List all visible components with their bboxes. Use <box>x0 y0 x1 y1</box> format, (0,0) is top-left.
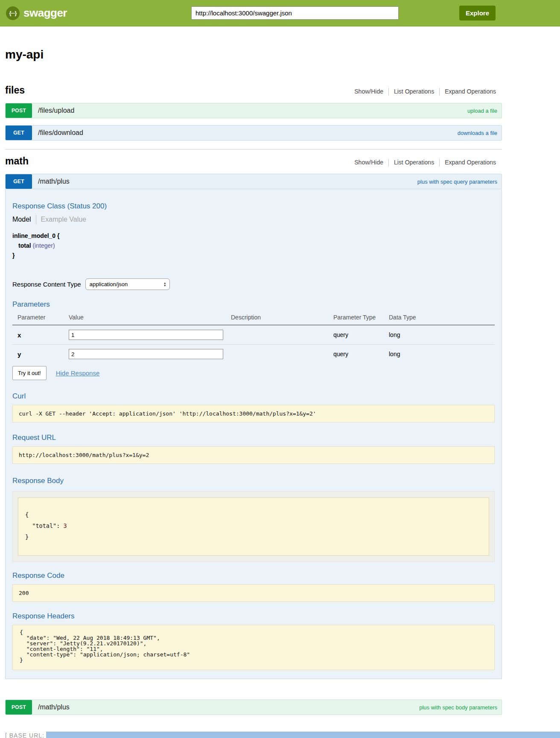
divider <box>439 159 440 167</box>
operation-summary[interactable]: upload a file <box>467 108 497 114</box>
method-badge-post: POST <box>6 103 32 118</box>
api-page: my-api files Show/Hide List Operations E… <box>5 48 502 738</box>
model-signature: inline_model_0 { total (integer) } <box>12 231 495 261</box>
operation-detail-panel: Response Class (Status 200) Model Exampl… <box>5 189 502 679</box>
response-body-container: { "total": 3 } <box>12 491 495 562</box>
operation-toggle[interactable]: POST /files/upload upload a file <box>5 103 502 118</box>
request-url-heading: Request URL <box>12 433 495 442</box>
response-content-type-label: Response Content Type <box>12 281 81 288</box>
method-badge-post: POST <box>6 700 32 715</box>
response-body-heading: Response Body <box>12 477 495 485</box>
operation-summary[interactable]: downloads a file <box>458 130 497 136</box>
model-open: inline_model_0 { <box>12 231 495 241</box>
content-type-select[interactable]: application/json ▲ ▼ <box>85 278 170 290</box>
response-content-type-row: Response Content Type application/json ▲… <box>12 278 495 290</box>
operation-get-math-plus: GET /math/plus plus with spec query para… <box>5 174 502 679</box>
model-property-name: total <box>18 242 31 249</box>
operation-path[interactable]: /files/download <box>38 129 83 137</box>
model-property: total (integer) <box>18 241 495 251</box>
divider <box>388 159 389 167</box>
operation-path[interactable]: /math/plus <box>38 703 70 711</box>
method-badge-get: GET <box>6 174 32 189</box>
response-body-block: { "total": 3 } <box>18 498 489 556</box>
page-title: my-api <box>5 48 502 62</box>
model-property-type: (integer) <box>32 242 55 249</box>
operation-summary[interactable]: plus with spec query parameters <box>417 179 497 185</box>
column-header: Data Type <box>389 311 495 325</box>
parameter-type: query <box>333 345 389 364</box>
parameters-table: Parameter Value Description Parameter Ty… <box>12 311 495 363</box>
column-header: Parameter <box>12 311 69 325</box>
tab-example-value[interactable]: Example Value <box>41 216 86 223</box>
column-header: Description <box>231 311 333 325</box>
show-hide-link[interactable]: Show/Hide <box>354 88 383 95</box>
model-close: } <box>12 251 495 261</box>
parameter-row-y: y query long <box>12 345 495 364</box>
spec-url-input[interactable] <box>191 6 399 20</box>
column-header: Value <box>69 311 231 325</box>
parameter-value-input-x[interactable] <box>69 330 223 340</box>
list-operations-link[interactable]: List Operations <box>394 88 434 95</box>
operation-summary[interactable]: plus with spec body parameters <box>419 704 497 711</box>
expand-operations-link[interactable]: Expand Operations <box>445 159 496 166</box>
curl-command-block: curl -X GET --header 'Accept: applicatio… <box>12 405 495 422</box>
section-divider <box>5 149 502 149</box>
content-type-selected-value: application/json <box>90 281 128 287</box>
operation-toggle[interactable]: GET /files/download downloads a file <box>5 125 502 141</box>
section-header-files: files Show/Hide List Operations Expand O… <box>5 85 502 96</box>
section-controls-files: Show/Hide List Operations Expand Operati… <box>354 88 502 96</box>
tab-model[interactable]: Model <box>12 216 31 223</box>
brand-title: swagger <box>23 6 67 20</box>
list-operations-link[interactable]: List Operations <box>394 159 434 166</box>
expand-operations-link[interactable]: Expand Operations <box>445 88 496 95</box>
divider <box>439 88 440 96</box>
section-header-math: math Show/Hide List Operations Expand Op… <box>5 155 502 167</box>
parameters-table-header: Parameter Value Description Parameter Ty… <box>12 311 495 325</box>
response-headers-heading: Response Headers <box>12 612 495 621</box>
parameters-heading: Parameters <box>12 300 495 309</box>
operation-get-files-download: GET /files/download downloads a file <box>5 125 502 141</box>
parameter-type: query <box>333 325 389 345</box>
parameter-value-input-y[interactable] <box>69 349 223 359</box>
parameter-description <box>231 325 333 345</box>
response-class-heading: Response Class (Status 200) <box>12 202 495 211</box>
parameter-name: y <box>12 345 69 364</box>
parameter-data-type: long <box>389 325 495 345</box>
section-controls-math: Show/Hide List Operations Expand Operati… <box>354 159 502 167</box>
operation-path[interactable]: /math/plus <box>38 178 70 185</box>
divider <box>36 215 36 224</box>
swagger-braces-icon: {···} <box>6 6 20 20</box>
section-title-files[interactable]: files <box>5 85 25 96</box>
response-code-heading: Response Code <box>12 571 495 580</box>
parameter-row-x: x query long <box>12 325 495 345</box>
explore-button[interactable]: Explore <box>459 6 496 20</box>
try-it-out-button[interactable]: Try it out! <box>12 366 47 380</box>
parameter-data-type: long <box>389 345 495 364</box>
top-header: {···} swagger Explore <box>0 0 560 26</box>
response-code-block: 200 <box>12 584 495 602</box>
model-tabs: Model Example Value <box>12 215 495 224</box>
divider <box>388 88 389 96</box>
select-arrows-icon: ▲ ▼ <box>163 282 166 287</box>
request-url-block: http://localhost:3000/math/plus?x=1&y=2 <box>12 446 495 464</box>
try-it-out-row: Try it out! Hide Response <box>12 366 495 380</box>
operation-path[interactable]: /files/upload <box>38 107 74 114</box>
parameter-description <box>231 345 333 364</box>
curl-heading: Curl <box>12 392 495 401</box>
parameter-name: x <box>12 325 69 345</box>
bottom-blue-bar <box>46 732 560 738</box>
column-header: Parameter Type <box>333 311 389 325</box>
section-title-math[interactable]: math <box>5 155 29 167</box>
operation-toggle[interactable]: GET /math/plus plus with spec query para… <box>5 174 502 189</box>
hide-response-link[interactable]: Hide Response <box>56 369 100 377</box>
swagger-logo[interactable]: {···} swagger <box>6 6 67 20</box>
operation-post-files-upload: POST /files/upload upload a file <box>5 103 502 118</box>
operation-post-math-plus: POST /math/plus plus with spec body para… <box>5 700 502 715</box>
response-headers-block: { "date": "Wed, 22 Aug 2018 18:49:13 GMT… <box>12 625 495 670</box>
operation-toggle[interactable]: POST /math/plus plus with spec body para… <box>5 700 502 715</box>
method-badge-get: GET <box>6 126 32 140</box>
show-hide-link[interactable]: Show/Hide <box>354 159 383 166</box>
